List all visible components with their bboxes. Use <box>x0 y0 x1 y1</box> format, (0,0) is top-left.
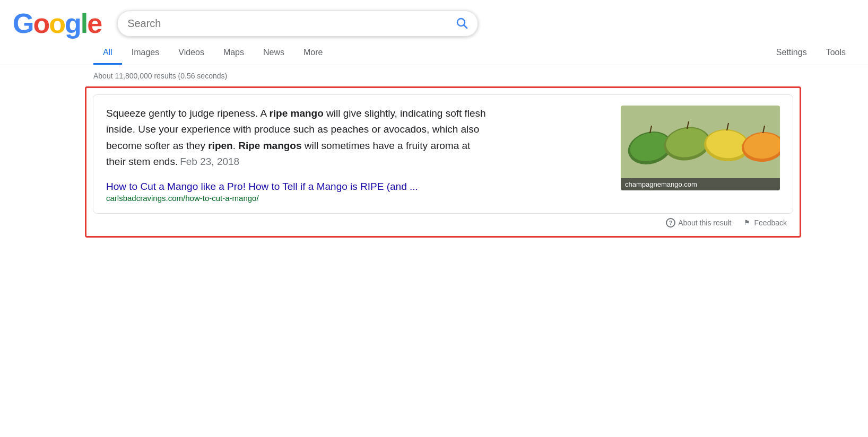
snippet-bold-ripen: ripen <box>208 140 232 151</box>
nav-item-maps[interactable]: Maps <box>214 40 254 65</box>
svg-line-1 <box>464 25 467 28</box>
snippet-link-title[interactable]: How to Cut a Mango like a Pro! How to Te… <box>106 181 488 193</box>
logo-letter-o2: o <box>49 8 65 39</box>
search-input[interactable]: how do you know when a mango is ripe <box>127 18 450 30</box>
nav-item-settings[interactable]: Settings <box>767 40 817 65</box>
feedback-label: Feedback <box>754 219 787 227</box>
nav-item-all[interactable]: All <box>93 40 122 65</box>
snippet-text-block: Squeeze gently to judge ripeness. A ripe… <box>106 106 488 203</box>
red-highlight-box: Squeeze gently to judge ripeness. A ripe… <box>85 86 801 238</box>
mango-image[interactable]: champagnemango.com <box>621 106 780 190</box>
logo-letter-e: e <box>87 8 101 39</box>
snippet-footer: ? About this result ⚑ Feedback <box>93 214 793 230</box>
search-icon <box>455 16 468 29</box>
search-button[interactable] <box>455 16 468 31</box>
snippet-text-part3: . <box>233 140 239 151</box>
feedback-icon: ⚑ <box>742 218 752 228</box>
featured-snippet-card: Squeeze gently to judge ripeness. A ripe… <box>93 94 793 214</box>
search-bar: how do you know when a mango is ripe <box>117 11 478 37</box>
logo-letter-g: G <box>13 8 33 39</box>
google-logo[interactable]: Google <box>13 10 101 37</box>
logo-letter-o1: o <box>33 8 49 39</box>
header: Google how do you know when a mango is r… <box>0 0 868 37</box>
results-info: About 11,800,000 results (0.56 seconds) <box>0 65 868 86</box>
snippet-image-block: champagnemango.com <box>621 106 780 190</box>
about-result-button[interactable]: ? About this result <box>666 218 731 228</box>
mango-svg <box>621 106 780 190</box>
snippet-link-url: carlsbadcravings.com/how-to-cut-a-mango/ <box>106 194 488 203</box>
nav-item-tools[interactable]: Tools <box>817 40 855 65</box>
snippet-body-text: Squeeze gently to judge ripeness. A ripe… <box>106 106 488 170</box>
nav-item-videos[interactable]: Videos <box>169 40 214 65</box>
nav-item-images[interactable]: Images <box>122 40 169 65</box>
snippet-bold-ripe-mangos: Ripe mangos <box>238 140 301 151</box>
snippet-link-block: How to Cut a Mango like a Pro! How to Te… <box>106 181 488 203</box>
logo-letter-g2: g <box>65 8 81 39</box>
logo-letter-l: l <box>81 8 87 39</box>
featured-container: Squeeze gently to judge ripeness. A ripe… <box>0 86 868 238</box>
nav-bar: All Images Videos Maps News More Setting… <box>0 40 868 65</box>
about-result-label: About this result <box>678 219 731 227</box>
feedback-button[interactable]: ⚑ Feedback <box>742 218 787 228</box>
nav-right: Settings Tools <box>767 40 868 65</box>
about-result-icon: ? <box>666 218 675 228</box>
nav-item-more[interactable]: More <box>294 40 332 65</box>
image-caption: champagnemango.com <box>621 178 780 190</box>
nav-item-news[interactable]: News <box>254 40 294 65</box>
snippet-bold-ripe-mango: ripe mango <box>269 108 323 119</box>
snippet-text-part1: Squeeze gently to judge ripeness. A <box>106 108 269 119</box>
snippet-date: Feb 23, 2018 <box>180 156 239 167</box>
